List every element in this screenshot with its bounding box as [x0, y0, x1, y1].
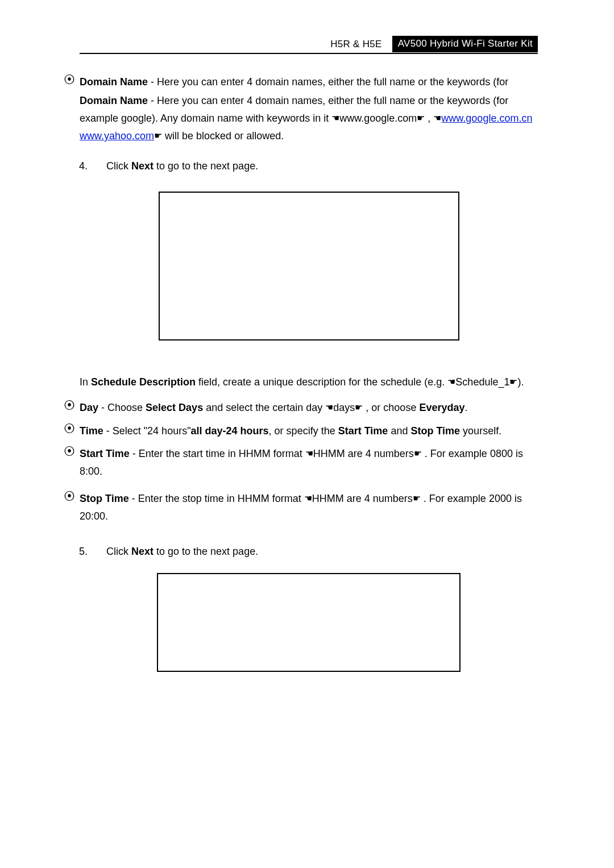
bullet-icon: ⦿	[64, 422, 75, 435]
li-stop-time: Stop Time - Enter the stop time in HHMM …	[80, 493, 522, 522]
bullet-domain-name-sentence: Domain Name - Here you can enter 4 domai…	[80, 95, 532, 124]
li-start-time: Start Time - Enter the start time in HHM…	[80, 448, 523, 477]
li-time: Time - Select "24 hours"all day-24 hours…	[80, 425, 501, 437]
bullet-domain-name-sentence-2: www.yahoo.com☛ will be blocked or allowe…	[80, 130, 284, 142]
step-5-text: Click Next to go to the next page.	[106, 543, 538, 560]
li-day: Day - Choose Select Days and select the …	[80, 402, 467, 413]
link-www-yahoo-com[interactable]: www.yahoo.com	[80, 130, 154, 142]
header-model: H5R & H5E	[330, 39, 382, 52]
bullet-icon: ⦿	[64, 399, 75, 412]
step-4-text: Click Next to go to the next page.	[106, 157, 538, 175]
bullet-domain-name-label: Domain Name - Here you can enter 4 domai…	[80, 76, 508, 88]
step-number-4: 4.	[79, 157, 88, 175]
link-www-google-com[interactable]: www.google.com.cn	[441, 113, 532, 124]
bullet-icon: ⦿	[64, 445, 75, 458]
figure-placeholder-2	[157, 573, 460, 672]
bullet-icon: ⦿	[64, 490, 75, 502]
header-product: AV500 Hybrid Wi-Fi Starter Kit	[392, 36, 538, 52]
figure-placeholder-1	[159, 192, 459, 340]
step-number-5: 5.	[79, 543, 88, 560]
bullet-icon: ⦿	[64, 73, 75, 86]
paragraph-schedule-intro: In Schedule Description field, create a …	[80, 373, 538, 391]
